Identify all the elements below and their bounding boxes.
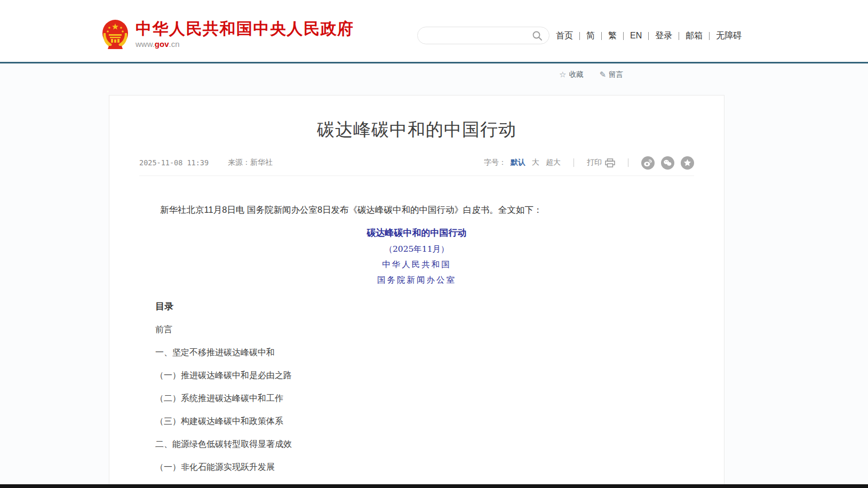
toolbar-divider bbox=[574, 158, 574, 167]
toc-item: 前言 bbox=[155, 323, 678, 336]
site-header: 中华人民共和国中央人民政府 www.gov.cn 首页简繁EN登录邮箱无障碍 bbox=[0, 0, 868, 63]
toolbar-divider bbox=[628, 158, 628, 167]
top-nav-item[interactable]: 繁 bbox=[595, 30, 617, 42]
weibo-icon[interactable] bbox=[641, 156, 655, 170]
fontsize-label: 字号： bbox=[484, 158, 506, 167]
toc-item: （一）非化石能源实现跃升发展 bbox=[155, 461, 678, 474]
site-url-prefix: www. bbox=[136, 39, 155, 49]
top-nav-item[interactable]: 无障碍 bbox=[703, 30, 742, 42]
fontsize-large-button[interactable]: 大 bbox=[532, 158, 539, 167]
document-date-line: （2025年11月） bbox=[109, 243, 724, 255]
document-org-line-1: 中华人民共和国 bbox=[109, 258, 724, 271]
page-main: ☆ 收藏 ✎ 留言 碳达峰碳中和的中国行动 2025-11-08 11:39 来… bbox=[0, 63, 868, 486]
share-icons bbox=[641, 156, 694, 170]
top-nav-item[interactable]: 邮箱 bbox=[672, 30, 703, 42]
top-nav-item[interactable]: 简 bbox=[573, 30, 595, 42]
site-url-domain: gov bbox=[155, 39, 169, 49]
search-input[interactable] bbox=[424, 31, 532, 40]
printer-icon bbox=[605, 158, 615, 167]
pencil-icon: ✎ bbox=[599, 70, 606, 79]
page-actions: ☆ 收藏 ✎ 留言 bbox=[559, 70, 623, 79]
fontsize-default-button[interactable]: 默认 bbox=[511, 158, 525, 167]
toc-item: 二、能源绿色低碳转型取得显著成效 bbox=[155, 438, 678, 451]
national-emblem-icon bbox=[101, 19, 129, 49]
toc-item: （三）构建碳达峰碳中和政策体系 bbox=[155, 415, 678, 428]
document-heading: 碳达峰碳中和的中国行动 （2025年11月） 中华人民共和国 国务院新闻办公室 bbox=[109, 226, 724, 286]
article-meta-row: 2025-11-08 11:39 来源： 新华社 字号： 默认 大 超大 打印 bbox=[139, 156, 694, 170]
top-nav-item[interactable]: 登录 bbox=[642, 30, 672, 42]
favorite-button[interactable]: ☆ 收藏 bbox=[559, 70, 583, 79]
document-title: 碳达峰碳中和的中国行动 bbox=[109, 226, 724, 240]
site-url: www.gov.cn bbox=[136, 39, 354, 49]
comment-label: 留言 bbox=[609, 70, 623, 79]
toc-heading: 目录 bbox=[155, 300, 724, 313]
publish-time: 2025-11-08 11:39 bbox=[139, 158, 209, 167]
toc-item: （一）推进碳达峰碳中和是必由之路 bbox=[155, 369, 678, 382]
search-icon[interactable] bbox=[532, 30, 543, 41]
favorite-label: 收藏 bbox=[569, 70, 583, 79]
site-logo[interactable]: 中华人民共和国中央人民政府 www.gov.cn bbox=[101, 19, 354, 49]
top-nav-item[interactable]: 首页 bbox=[556, 30, 573, 42]
site-url-suffix: .cn bbox=[169, 39, 180, 49]
source-name[interactable]: 新华社 bbox=[250, 158, 273, 167]
star-share-icon[interactable] bbox=[681, 156, 694, 170]
site-title: 中华人民共和国中央人民政府 bbox=[136, 20, 354, 38]
star-outline-icon: ☆ bbox=[559, 70, 566, 79]
toc-item: 一、坚定不移推进碳达峰碳中和 bbox=[155, 346, 678, 359]
toc-list: 前言一、坚定不移推进碳达峰碳中和（一）推进碳达峰碳中和是必由之路（二）系统推进碳… bbox=[109, 323, 724, 474]
article-card: 碳达峰碳中和的中国行动 2025-11-08 11:39 来源： 新华社 字号：… bbox=[109, 95, 724, 488]
print-button[interactable]: 打印 bbox=[587, 158, 615, 167]
meta-divider bbox=[139, 175, 694, 176]
lead-paragraph: 新华社北京11月8日电 国务院新闻办公室8日发布《碳达峰碳中和的中国行动》白皮书… bbox=[142, 203, 691, 217]
fontsize-xlarge-button[interactable]: 超大 bbox=[546, 158, 561, 167]
comment-button[interactable]: ✎ 留言 bbox=[599, 70, 623, 79]
source-label: 来源： bbox=[228, 158, 250, 167]
bottom-screen-edge-bar bbox=[0, 484, 868, 488]
top-nav: 首页简繁EN登录邮箱无障碍 bbox=[556, 29, 742, 43]
top-nav-item[interactable]: EN bbox=[617, 31, 642, 41]
article-title: 碳达峰碳中和的中国行动 bbox=[109, 117, 724, 142]
print-label: 打印 bbox=[587, 158, 602, 167]
document-org-line-2: 国务院新闻办公室 bbox=[109, 274, 724, 286]
toc-item: （二）系统推进碳达峰碳中和工作 bbox=[155, 392, 678, 405]
wechat-icon[interactable] bbox=[661, 156, 674, 170]
search-box[interactable] bbox=[417, 27, 550, 44]
meta-left: 2025-11-08 11:39 来源： 新华社 bbox=[139, 158, 273, 167]
meta-toolbar: 字号： 默认 大 超大 打印 bbox=[484, 156, 694, 170]
